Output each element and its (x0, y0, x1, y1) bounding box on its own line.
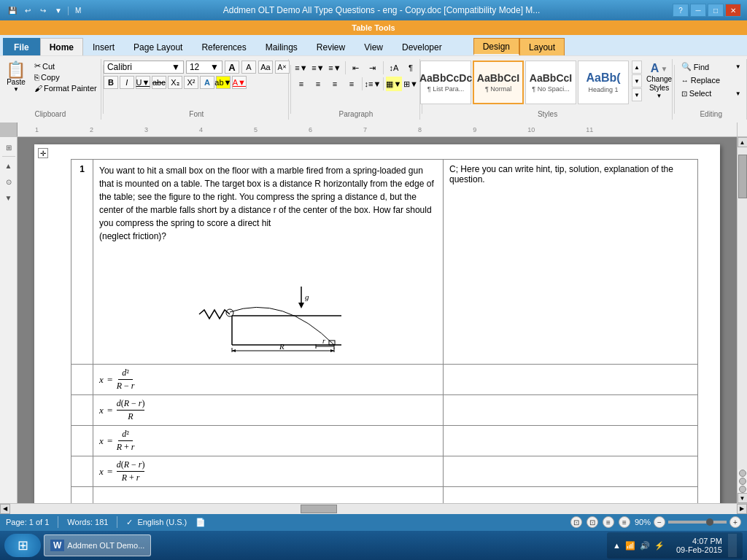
tab-design[interactable]: Design (473, 38, 519, 55)
page-select-button[interactable]: ⊙ (1, 174, 16, 189)
maximize-button[interactable]: □ (708, 4, 724, 17)
line-spacing-button[interactable]: ↕≡▼ (365, 77, 381, 91)
superscript-button[interactable]: X² (184, 76, 198, 89)
sort-button[interactable]: ↕A (386, 61, 402, 75)
text-effects-button[interactable]: A (200, 76, 214, 89)
numbering-button[interactable]: ≡▼ (310, 61, 326, 75)
subscript-button[interactable]: X₂ (168, 76, 182, 89)
view-mode-3-button[interactable]: ≡ (603, 516, 614, 528)
styles-more-button[interactable]: ▼ (632, 88, 642, 101)
style-normal[interactable]: AaBbCcI ¶ Normal (473, 61, 524, 104)
font-color-button[interactable]: A▼ (232, 76, 247, 89)
scroll-circle-2[interactable] (739, 478, 746, 485)
clear-formatting-button[interactable]: A✕ (275, 61, 290, 74)
style-heading1[interactable]: AaBb( Heading 1 (578, 61, 629, 104)
system-clock[interactable]: 4:07 PM 09-Feb-2015 (676, 537, 722, 554)
h-scroll-right-button[interactable]: ▶ (737, 504, 747, 514)
tab-page-layout[interactable]: Page Layout (124, 38, 192, 55)
start-button[interactable]: ⊞ (4, 534, 41, 557)
tab-mailings[interactable]: Mailings (256, 38, 307, 55)
grow-font-button[interactable]: A (225, 61, 239, 74)
tab-insert[interactable]: Insert (83, 38, 124, 55)
app-icon-button[interactable]: M (71, 4, 85, 17)
bold-button[interactable]: B (104, 76, 118, 89)
shrink-font-button[interactable]: A (241, 61, 256, 74)
view-mode-1-button[interactable]: ⊡ (570, 516, 582, 528)
text-effects-dialog-button[interactable]: Aa (258, 61, 273, 74)
find-button[interactable]: 🔍 Find ▼ (678, 61, 744, 73)
scroll-thumb[interactable] (738, 155, 747, 198)
h-scroll-thumb[interactable] (301, 505, 337, 513)
tray-arrow-icon[interactable]: ▲ (613, 541, 621, 550)
paste-dropdown-icon[interactable]: ▼ (13, 86, 19, 93)
show-desktop-button[interactable] (728, 534, 737, 557)
scroll-down-button[interactable]: ▼ (738, 493, 748, 503)
network-icon[interactable]: 📶 (625, 541, 635, 551)
change-styles-button[interactable]: A▼ ChangeStyles ▼ (643, 61, 675, 101)
word-taskbar-button[interactable]: W Addmen OLT Demo... (44, 534, 151, 556)
h-scroll-track[interactable] (10, 504, 737, 514)
strikethrough-button[interactable]: abc (152, 76, 166, 89)
decrease-indent-button[interactable]: ⇤ (348, 61, 364, 75)
text-highlight-button[interactable]: ab▼ (216, 76, 231, 89)
format-painter-button[interactable]: 🖌 Format Painter (32, 83, 99, 93)
zoom-out-button[interactable]: − (654, 516, 665, 528)
borders-button[interactable]: ⊞▼ (403, 77, 419, 91)
increase-indent-button[interactable]: ⇥ (365, 61, 381, 75)
multilevel-button[interactable]: ≡▼ (327, 61, 343, 75)
styles-scroll-down-button[interactable]: ▼ (632, 74, 642, 88)
volume-icon[interactable]: 🔊 (640, 541, 650, 551)
tab-developer[interactable]: Developer (392, 38, 452, 55)
align-right-button[interactable]: ≡ (327, 77, 343, 91)
para-row-1: ≡▼ ≡▼ ≡▼ ⇤ ⇥ ↕A ¶ (293, 61, 419, 75)
style-no-spacing[interactable]: AaBbCcI ¶ No Spaci... (525, 61, 576, 104)
zoom-track[interactable] (668, 521, 727, 524)
italic-button[interactable]: I (120, 76, 134, 89)
underline-button[interactable]: U▼ (136, 76, 150, 89)
shading-button[interactable]: ▦▼ (386, 77, 402, 91)
styles-scroll-up-button[interactable]: ▲ (632, 61, 642, 74)
show-hide-button[interactable]: ¶ (403, 61, 419, 75)
view-mode-4-button[interactable]: ≡ (619, 516, 630, 528)
font-name-selector[interactable]: Calibri ▼ (104, 61, 184, 74)
align-left-button[interactable]: ≡ (293, 77, 309, 91)
copy-button[interactable]: ⎘ Copy (32, 72, 99, 82)
cut-button[interactable]: ✂ Cut (32, 61, 99, 71)
bullets-button[interactable]: ≡▼ (293, 61, 309, 75)
save-button[interactable]: 💾 (6, 4, 19, 17)
scroll-track[interactable] (738, 147, 748, 470)
tab-view[interactable]: View (355, 38, 392, 55)
tab-file[interactable]: File (3, 38, 40, 55)
close-button[interactable]: ✕ (725, 4, 741, 17)
scroll-circle-3[interactable] (739, 486, 746, 493)
tab-references[interactable]: References (192, 38, 255, 55)
page-up-button[interactable]: ▲ (1, 158, 16, 173)
view-mode-2-button[interactable]: ⊡ (587, 516, 598, 528)
power-icon[interactable]: ⚡ (654, 541, 665, 551)
redo-button[interactable]: ↪ (36, 4, 50, 17)
scroll-circle-1[interactable] (739, 470, 746, 477)
help-button[interactable]: ? (673, 4, 689, 17)
font-size-selector[interactable]: 12 ▼ (186, 61, 222, 74)
document-scroll-area[interactable]: ✛ 1 You want to hit a small box on the f… (18, 137, 737, 503)
select-button[interactable]: ⊡ Select ▼ (678, 88, 744, 99)
zoom-thumb[interactable] (706, 518, 713, 526)
page-down-button[interactable]: ▼ (1, 190, 16, 205)
undo-button[interactable]: ↩ (21, 4, 34, 17)
scroll-up-button[interactable]: ▲ (738, 137, 748, 147)
tab-layout[interactable]: Layout (519, 38, 565, 55)
paste-button[interactable]: 📋 Paste ▼ (1, 61, 31, 94)
h-scroll-left-button[interactable]: ◀ (0, 504, 10, 514)
zoom-in-button[interactable]: + (729, 516, 741, 528)
replace-button[interactable]: ↔ Replace (678, 74, 744, 86)
font-name-value: Calibri (107, 62, 132, 72)
center-button[interactable]: ≡ (310, 77, 326, 91)
table-move-handle[interactable]: ✛ (38, 148, 48, 158)
tab-review[interactable]: Review (307, 38, 355, 55)
style-list-para[interactable]: AaBbCcDc ¶ List Para... (420, 61, 471, 104)
minimize-button[interactable]: ─ (690, 4, 706, 17)
customize-quick-access-button[interactable]: ▼ (52, 4, 65, 17)
view-options-button[interactable]: ⊞ (1, 140, 16, 155)
tab-home[interactable]: Home (40, 38, 83, 55)
justify-button[interactable]: ≡ (344, 77, 360, 91)
